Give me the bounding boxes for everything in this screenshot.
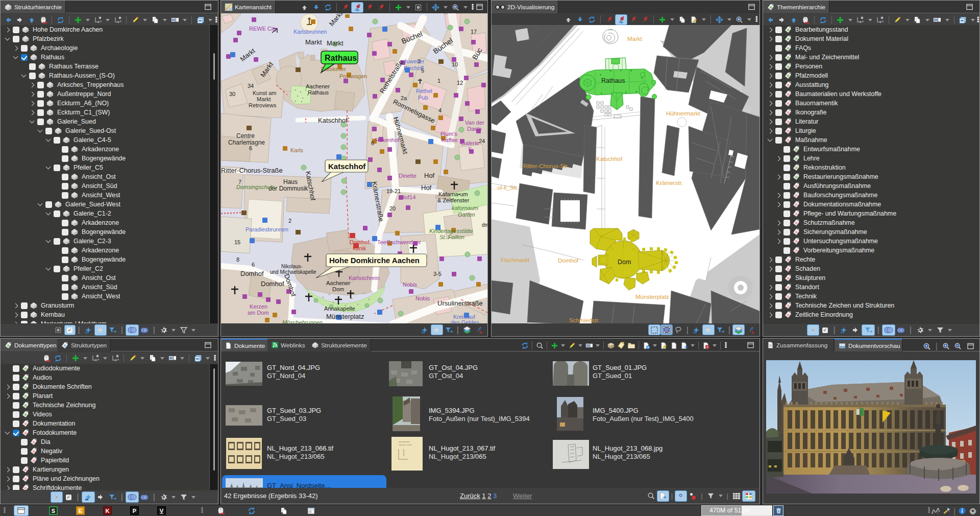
svg-text:Domhof: Domhof bbox=[261, 280, 284, 288]
svg-text:10: 10 bbox=[452, 61, 458, 67]
svg-text:6: 6 bbox=[371, 140, 374, 146]
svg-text:Hof14: Hof14 bbox=[401, 194, 415, 200]
svg-text:34: 34 bbox=[248, 83, 254, 89]
svg-text:24: 24 bbox=[479, 138, 485, 144]
svg-text:Domhof: Domhof bbox=[240, 270, 264, 277]
svg-text:Karlsbrunnen: Karlsbrunnen bbox=[293, 29, 327, 35]
svg-text:Garten: Garten bbox=[458, 212, 475, 218]
svg-text:Aachener: Aachener bbox=[306, 83, 330, 89]
svg-text:Domhof-: Domhof- bbox=[350, 239, 372, 245]
svg-text:Klinik: Klinik bbox=[353, 245, 366, 251]
svg-text:kafornaum: kafornaum bbox=[452, 205, 478, 211]
svg-text:1: 1 bbox=[437, 78, 440, 84]
svg-text:3-5: 3-5 bbox=[433, 271, 442, 277]
svg-text:2: 2 bbox=[288, 218, 291, 224]
svg-text:St. Foillon: St. Foillon bbox=[439, 234, 464, 240]
svg-text:19-21: 19-21 bbox=[386, 188, 401, 194]
svg-text:dm: dm bbox=[482, 222, 487, 228]
svg-text:Haus: Haus bbox=[283, 178, 298, 185]
svg-text:17: 17 bbox=[471, 29, 477, 35]
svg-text:Katschhof: Katschhof bbox=[318, 116, 348, 124]
svg-text:Domsingschule: Domsingschule bbox=[236, 184, 275, 190]
svg-text:Karls: Karls bbox=[290, 147, 304, 153]
svg-text:Ritter-Chorus-Str.: Ritter-Chorus-Str. bbox=[523, 163, 569, 169]
svg-text:Dom: Dom bbox=[332, 286, 344, 292]
svg-text:Karlsschrein: Karlsschrein bbox=[349, 275, 380, 281]
svg-text:Rathaus: Rathaus bbox=[325, 54, 357, 62]
svg-text:Markt: Markt bbox=[257, 96, 271, 102]
svg-text:Dinette: Dinette bbox=[399, 173, 416, 179]
svg-text:Nobis: Nobis bbox=[403, 282, 418, 288]
svg-text:Schmiedstr.: Schmiedstr. bbox=[569, 317, 600, 323]
svg-text:Bischoff: Bischoff bbox=[404, 65, 424, 71]
svg-text:4: 4 bbox=[438, 107, 442, 113]
svg-text:Juwelier: Juwelier bbox=[404, 58, 425, 64]
svg-text:Markt: Markt bbox=[305, 38, 322, 46]
svg-text:12: 12 bbox=[457, 80, 463, 86]
svg-text:…ul-li_Str.: …ul-li_Str. bbox=[492, 184, 519, 191]
svg-text:Kunst am: Kunst am bbox=[253, 90, 276, 96]
svg-text:Münsterplatz: Münsterplatz bbox=[326, 313, 364, 320]
svg-text:Nobis: Nobis bbox=[415, 295, 430, 301]
svg-text:Nikolaus-: Nikolaus- bbox=[281, 264, 303, 269]
svg-text:Fischmarkt: Fischmarkt bbox=[501, 257, 530, 263]
svg-text:6: 6 bbox=[252, 262, 255, 268]
svg-text:Plum's: Plum's bbox=[440, 131, 457, 137]
svg-text:Krämerstr.: Krämerstr. bbox=[656, 180, 683, 186]
svg-text:Hexenhof: Hexenhof bbox=[375, 137, 400, 143]
svg-text:20: 20 bbox=[389, 205, 396, 212]
svg-text:30: 30 bbox=[229, 91, 235, 97]
svg-text:Hof: Hof bbox=[424, 172, 435, 179]
svg-text:Markt: Markt bbox=[327, 39, 344, 47]
svg-text:TeeGschwendner: TeeGschwendner bbox=[377, 239, 421, 245]
svg-text:Van der: Van der bbox=[465, 120, 484, 126]
svg-text:Kafarna•um: Kafarna•um bbox=[438, 191, 468, 197]
svg-text:15: 15 bbox=[234, 239, 240, 245]
svg-text:Markt: Markt bbox=[627, 36, 643, 42]
svg-text:Domhof: Domhof bbox=[558, 257, 579, 264]
svg-text:Rathaus: Rathaus bbox=[308, 89, 329, 96]
svg-text:S.: S. bbox=[468, 146, 473, 152]
svg-text:Katschhof: Katschhof bbox=[596, 156, 623, 162]
svg-text:Ursulinerstraße: Ursulinerstraße bbox=[437, 299, 483, 307]
svg-text:am Dom: am Dom bbox=[248, 310, 269, 316]
svg-text:2a: 2a bbox=[401, 95, 407, 101]
svg-text:8: 8 bbox=[236, 256, 239, 263]
svg-text:Paradiesbrunnen: Paradiesbrunnen bbox=[246, 226, 288, 232]
svg-text:Ritter-Chorus-Straße: Ritter-Chorus-Straße bbox=[221, 167, 283, 174]
svg-text:Kindertagesstätte: Kindertagesstätte bbox=[429, 228, 473, 234]
svg-text:Kaffee: Kaffee bbox=[442, 137, 458, 143]
svg-text:Dom: Dom bbox=[618, 259, 631, 266]
svg-text:Pub: Pub bbox=[418, 95, 428, 101]
svg-text:REWE City: REWE City bbox=[249, 26, 278, 32]
svg-text:Postwagen: Postwagen bbox=[339, 73, 367, 79]
svg-text:Hühnermarkt: Hühnermarkt bbox=[666, 110, 700, 116]
svg-text:& Zeitfenster: & Zeitfenster bbox=[437, 197, 470, 203]
svg-text:Retroviews: Retroviews bbox=[249, 102, 277, 108]
svg-text:Aachener: Aachener bbox=[326, 280, 350, 286]
svg-text:Galerie: Galerie bbox=[461, 140, 479, 146]
svg-text:Münsterplatz: Münsterplatz bbox=[635, 294, 669, 300]
svg-text:Daele: Daele bbox=[467, 126, 482, 132]
svg-text:Katschhof: Katschhof bbox=[328, 162, 366, 171]
svg-text:Rethel: Rethel bbox=[416, 88, 432, 94]
svg-text:Charlemagne: Charlemagne bbox=[228, 139, 265, 146]
svg-text:und Michaelskapelle: und Michaelskapelle bbox=[270, 269, 316, 275]
svg-text:Hohe Domkirche Aachen: Hohe Domkirche Aachen bbox=[329, 256, 420, 265]
svg-text:Kerzen: Kerzen bbox=[250, 303, 267, 310]
svg-text:Centre: Centre bbox=[236, 132, 255, 139]
svg-text:Hof: Hof bbox=[421, 184, 432, 192]
svg-text:Annakapelle: Annakapelle bbox=[324, 306, 355, 312]
svg-text:Rathaus: Rathaus bbox=[601, 77, 625, 84]
